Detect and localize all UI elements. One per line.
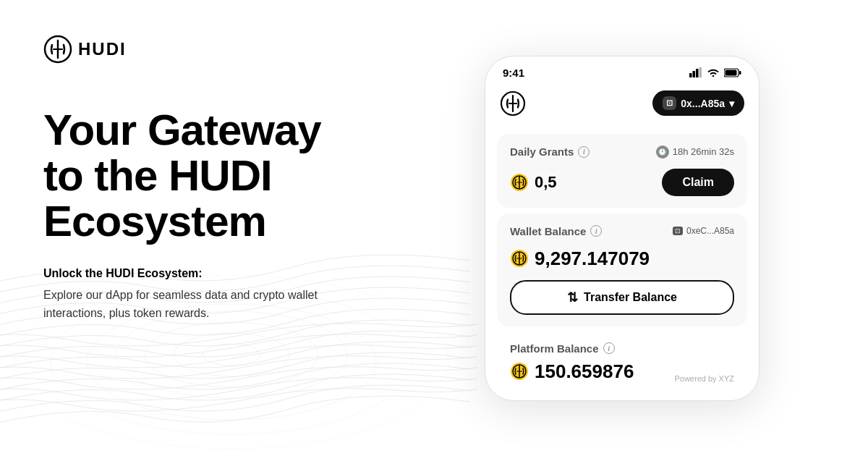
wallet-address-small-text: 0xeC...A85a xyxy=(686,226,734,236)
svg-rect-8 xyxy=(689,73,692,77)
svg-rect-11 xyxy=(699,67,702,77)
daily-grants-label: Daily Grants xyxy=(510,145,574,158)
signal-icon xyxy=(689,67,702,77)
hudi-app-logo xyxy=(500,90,526,117)
svg-rect-9 xyxy=(693,71,696,77)
logo: HUDI xyxy=(43,35,362,64)
platform-balance-amount: 150.659876 xyxy=(510,360,634,383)
logo-text: HUDI xyxy=(78,39,127,59)
transfer-balance-button[interactable]: ⇅ Transfer Balance xyxy=(510,280,734,315)
hero-description-bold: Unlock the HUDI Ecosystem: xyxy=(43,264,362,283)
daily-grants-header: Daily Grants i 🕐 18h 26min 32s xyxy=(510,145,734,159)
svg-rect-13 xyxy=(739,71,741,75)
wallet-balance-value: 9,297.147079 xyxy=(535,248,650,270)
wallet-address-small: ⊡ 0xeC...A85a xyxy=(673,226,734,236)
battery-icon xyxy=(724,68,741,77)
left-panel: HUDI Your Gateway to the HUDI Ecosystem … xyxy=(0,0,405,456)
wifi-icon xyxy=(707,67,720,77)
daily-grant-value: 0,5 xyxy=(535,173,557,192)
timer-badge: 🕐 18h 26min 32s xyxy=(656,145,734,159)
wallet-address-text: 0x...A85a xyxy=(681,98,725,109)
hero-description: Unlock the HUDI Ecosystem: Explore our d… xyxy=(43,264,362,323)
platform-coin-icon xyxy=(510,362,529,381)
wallet-balance-card: Wallet Balance i ⊡ 0xeC...A85a 9,297.147… xyxy=(497,214,747,326)
chevron-down-icon: ▾ xyxy=(729,98,734,109)
wallet-balance-amount: 9,297.147079 xyxy=(510,248,734,270)
wallet-balance-title: Wallet Balance i xyxy=(510,225,602,237)
platform-balance-value: 150.659876 xyxy=(535,360,634,383)
platform-balance-section: Platform Balance i 150.659876 Powered by… xyxy=(497,332,747,383)
hero-description-text: Explore our dApp for seamless data and c… xyxy=(43,289,318,320)
phone-mockup: 9:41 xyxy=(485,56,760,401)
clock-icon: 🕐 xyxy=(656,145,669,159)
right-panel: 9:41 xyxy=(405,0,868,456)
wallet-small-icon: ⊡ xyxy=(673,227,683,235)
transfer-icon: ⇅ xyxy=(567,290,578,305)
app-header: ⊡ 0x...A85a ▾ xyxy=(485,85,759,128)
daily-grants-card: Daily Grants i 🕐 18h 26min 32s xyxy=(497,134,747,208)
wallet-icon: ⊡ xyxy=(663,96,676,110)
daily-grants-content: 0,5 Claim xyxy=(510,169,734,196)
wallet-balance-header: Wallet Balance i ⊡ 0xeC...A85a xyxy=(510,225,734,237)
powered-by-text: Powered by XYZ xyxy=(674,374,734,383)
platform-balance-info-icon[interactable]: i xyxy=(603,342,615,354)
wallet-balance-info-icon[interactable]: i xyxy=(590,225,602,237)
transfer-label: Transfer Balance xyxy=(584,291,677,304)
hudi-coin-icon xyxy=(510,173,529,192)
daily-grant-amount: 0,5 xyxy=(510,173,557,192)
status-icons xyxy=(689,67,741,77)
timer-text: 18h 26min 32s xyxy=(673,146,734,157)
wallet-address-button[interactable]: ⊡ 0x...A85a ▾ xyxy=(652,90,744,116)
svg-rect-14 xyxy=(726,69,737,75)
daily-grants-title: Daily Grants i xyxy=(510,145,590,158)
claim-button[interactable]: Claim xyxy=(662,169,734,196)
status-time: 9:41 xyxy=(503,67,524,79)
daily-grants-info-icon[interactable]: i xyxy=(578,146,590,158)
svg-rect-10 xyxy=(696,69,699,77)
hudi-logo-icon xyxy=(43,35,72,64)
hero-title: Your Gateway to the HUDI Ecosystem xyxy=(43,107,362,244)
platform-balance-title: Platform Balance i xyxy=(510,342,734,355)
wallet-balance-label: Wallet Balance xyxy=(510,225,586,237)
status-bar: 9:41 xyxy=(485,56,759,85)
wallet-coin-icon xyxy=(510,249,529,268)
platform-balance-label: Platform Balance xyxy=(510,342,599,355)
